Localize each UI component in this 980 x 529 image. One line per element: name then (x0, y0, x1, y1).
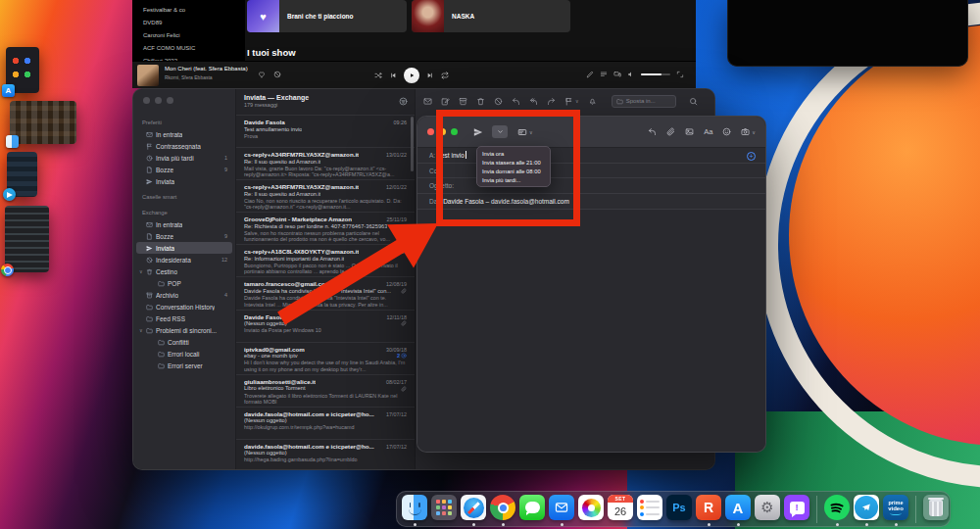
attachment-icon (401, 385, 407, 391)
sidebar-item-in-entrata[interactable]: In entrata (136, 128, 232, 140)
junk-icon[interactable] (494, 97, 503, 106)
like-heart-icon[interactable] (258, 71, 266, 78)
minimized-window-telegram[interactable] (7, 152, 37, 197)
spotify-playlist-item[interactable]: DVD89 (132, 17, 245, 29)
sidebar-item-in-entrata[interactable]: In entrata (136, 218, 232, 230)
volume-icon[interactable] (627, 71, 635, 78)
sidebar-item-archivio[interactable]: Archivio4 (136, 289, 232, 301)
insert-image-icon[interactable] (685, 127, 694, 136)
sidebar-item-pop[interactable]: POP (136, 277, 232, 289)
move-to-box[interactable]: Sposta in... (612, 95, 676, 108)
add-recipient-button[interactable]: + (747, 152, 756, 161)
sidebar-item-bozze[interactable]: Bozze9 (136, 164, 232, 175)
sidebar-item-inviata[interactable]: Inviata (136, 175, 232, 187)
previous-icon[interactable] (389, 72, 397, 79)
message-subject: ebay - one month iptv (244, 353, 298, 359)
fullscreen-icon[interactable] (676, 71, 684, 78)
message-row[interactable]: Davide Fasola12/11/18(Nessun oggetto)Inv… (236, 310, 415, 342)
dock-item-messages[interactable] (519, 495, 545, 526)
dock-item-calendar[interactable]: SET26 (608, 495, 633, 526)
dock-item-twitch[interactable]: ! (784, 495, 809, 526)
message-row[interactable]: cs-reply+A18C8L4X8OYKTY@amazon.it13/08/1… (236, 244, 415, 276)
dock-item-reminders[interactable] (637, 495, 662, 526)
sidebar-item-bozze[interactable]: Bozze9 (136, 230, 232, 242)
format-button[interactable]: Aa (704, 127, 712, 136)
dock-item-settings[interactable]: ⚙ (755, 495, 780, 526)
spotify-playlist-item[interactable]: ACF COMO MUSIC (132, 42, 245, 55)
scrollbar[interactable] (411, 117, 414, 171)
repeat-icon[interactable] (441, 72, 449, 79)
sidebar-item-feed-rss[interactable]: Feed RSS (136, 313, 232, 324)
sidebar-item-conflitti[interactable]: Conflitti (136, 336, 232, 348)
message-row[interactable]: GrooveDjPoint - Marketplace Amazon25/11/… (236, 212, 415, 244)
compose-body[interactable] (417, 210, 765, 452)
dock-item-chrome[interactable] (490, 495, 515, 526)
emoji-icon[interactable] (722, 127, 731, 136)
sidebar-item-problemi-di-sincroni-[interactable]: ∨Problemi di sincroni... (136, 324, 232, 336)
dock-item-mail[interactable] (549, 495, 574, 526)
window-controls-inactive[interactable] (143, 97, 173, 104)
flag-icon (145, 143, 154, 150)
search-icon[interactable] (689, 97, 698, 106)
spotify-card-naska[interactable]: NASKA (412, 0, 570, 32)
flag-icon[interactable]: ∨ (564, 97, 579, 106)
dock-item-safari[interactable] (461, 495, 486, 526)
volume-slider[interactable] (641, 73, 670, 75)
message-row[interactable]: giuliaambrosetti@alice.it08/02/17Libro e… (236, 374, 415, 407)
dock-item-telegram[interactable] (854, 495, 879, 526)
archive-icon[interactable] (459, 97, 467, 106)
filter-icon[interactable] (399, 97, 408, 106)
dock-item-primevideo[interactable]: primevideo (883, 495, 908, 526)
lyrics-icon[interactable] (586, 71, 594, 78)
forward-icon[interactable] (547, 97, 556, 106)
spotify-playlist-item[interactable]: Canzoni Felici (132, 29, 245, 42)
sidebar-item-contrassegnata[interactable]: Contrassegnata (136, 140, 232, 152)
message-row[interactable]: cs-reply+A34RFM7RLYA5XZ@amazon.it13/01/2… (236, 147, 415, 179)
message-sender: Davide Fasola (244, 119, 285, 125)
sidebar-item-invia-pi-tardi[interactable]: Invia più tardi1 (136, 152, 232, 164)
dock-item-appstore[interactable]: A (725, 495, 751, 526)
queue-icon[interactable] (600, 71, 608, 78)
dock-item-photos[interactable] (578, 495, 604, 526)
play-button[interactable] (404, 68, 419, 83)
spotify-app-icon (824, 495, 850, 520)
message-row[interactable]: iptvkad0@gmail.com30/09/18ebay - one mon… (236, 342, 415, 374)
running-indicator (502, 523, 505, 526)
dock-item-photoshop[interactable]: Ps (666, 495, 692, 526)
minimized-window-appstore[interactable]: A (6, 47, 39, 93)
message-row[interactable]: tamaro.francesco@gmail.com12/08/19Davide… (236, 276, 415, 309)
sidebar-item-indesiderata[interactable]: Indesiderata12 (136, 254, 232, 265)
message-row[interactable]: cs-reply+A34RFM7RLYA5XZ@amazon.it12/01/2… (236, 179, 415, 212)
hide-track-icon[interactable] (273, 71, 281, 78)
new-message-icon[interactable] (441, 97, 450, 106)
shuffle-icon[interactable] (374, 72, 382, 79)
delete-icon[interactable] (476, 97, 485, 106)
sidebar-item-conversation-history[interactable]: Conversation History (136, 301, 232, 313)
message-row[interactable]: Davide Fasola09:26Test annullamento invi… (236, 115, 415, 147)
sidebar-item-errori-server[interactable]: Errori server (136, 360, 232, 371)
reply-icon[interactable] (648, 127, 657, 136)
devices-icon[interactable] (613, 71, 621, 78)
mute-icon[interactable] (588, 97, 597, 106)
dock-item-trash[interactable] (923, 495, 949, 526)
reply-all-icon[interactable] (529, 97, 538, 106)
attach-icon[interactable] (666, 127, 675, 136)
get-mail-icon[interactable] (423, 97, 432, 106)
minimized-window-finder[interactable] (10, 101, 76, 144)
photo-browser-button[interactable]: ∨ (741, 127, 756, 136)
dock-item-launchpad[interactable] (431, 495, 457, 526)
dock-item-r-app[interactable]: R (696, 495, 721, 526)
spotify-playlist-item[interactable]: Festivalbar & co (132, 4, 245, 17)
dock-item-finder[interactable] (402, 495, 427, 526)
message-row[interactable]: davide.fasola@hotmail.com e icicpeter@ho… (236, 407, 415, 439)
minimized-window-chrome[interactable] (5, 206, 49, 272)
message-preview: Davide Fasola ha condiviso la cartella "… (244, 295, 407, 308)
sidebar-item-cestino[interactable]: ∨Cestino (136, 265, 232, 277)
reply-icon[interactable] (512, 97, 520, 106)
sidebar-item-errori-locali[interactable]: Errori locali (136, 348, 232, 360)
next-icon[interactable] (426, 72, 434, 79)
dock-item-spotify[interactable] (824, 495, 850, 526)
sidebar-item-inviata[interactable]: Inviata (136, 242, 232, 254)
spotify-card-liked-songs[interactable]: ♥ Brani che ti piacciono (247, 0, 407, 32)
message-row[interactable]: davide.fasola@hotmail.com e icicpeter@ho… (236, 439, 415, 469)
